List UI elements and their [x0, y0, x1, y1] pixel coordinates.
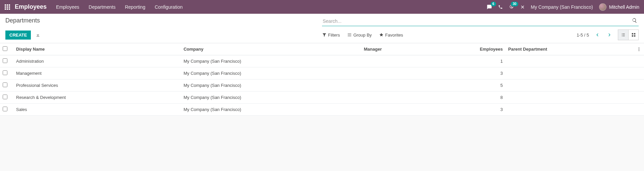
svg-point-15 — [639, 50, 639, 51]
cell-display-name: Management — [13, 67, 181, 79]
cell-company: My Company (San Francisco) — [181, 67, 361, 79]
create-button[interactable]: Create — [5, 31, 31, 40]
svg-rect-2 — [9, 4, 10, 6]
cell-manager — [361, 55, 477, 67]
svg-point-14 — [639, 49, 639, 49]
pager-next-icon[interactable] — [606, 33, 613, 37]
user-menu[interactable]: Mitchell Admin — [599, 3, 639, 11]
table-row[interactable]: SalesMy Company (San Francisco)3 — [0, 104, 644, 116]
cell-company: My Company (San Francisco) — [181, 79, 361, 92]
table-row[interactable]: AdministrationMy Company (San Francisco)… — [0, 55, 644, 67]
pager-prev-icon[interactable] — [594, 33, 601, 37]
groupby-label: Group By — [353, 33, 372, 38]
table-row[interactable]: Professional ServicesMy Company (San Fra… — [0, 79, 644, 92]
col-header-parent[interactable]: Parent Department — [505, 43, 634, 55]
nav-link-departments[interactable]: Departments — [89, 4, 115, 10]
svg-rect-0 — [5, 4, 6, 6]
svg-rect-9 — [632, 33, 633, 35]
col-header-manager[interactable]: Manager — [361, 43, 477, 55]
svg-rect-8 — [9, 8, 10, 10]
table-header-row: Display Name Company Manager Employees P… — [0, 43, 644, 55]
cell-display-name: Sales — [13, 104, 181, 116]
kanban-view-icon[interactable] — [628, 30, 638, 40]
nav-link-configuration[interactable]: Configuration — [155, 4, 182, 10]
activities-badge: 30 — [511, 2, 518, 6]
cell-parent — [505, 104, 634, 116]
cell-company: My Company (San Francisco) — [181, 55, 361, 67]
cell-manager — [361, 67, 477, 79]
import-icon[interactable] — [36, 33, 40, 37]
company-switcher[interactable]: My Company (San Francisco) — [531, 4, 593, 10]
star-icon — [379, 33, 384, 37]
messages-icon[interactable]: 6 — [487, 4, 492, 10]
svg-rect-7 — [7, 8, 8, 10]
filters-label: Filters — [328, 33, 340, 38]
svg-rect-10 — [634, 33, 635, 35]
list-view-icon[interactable] — [618, 30, 628, 40]
messages-badge: 6 — [491, 2, 496, 6]
col-options-icon[interactable] — [634, 43, 644, 55]
cell-employees: 1 — [477, 55, 505, 67]
cell-employees: 8 — [477, 92, 505, 104]
cell-parent — [505, 79, 634, 92]
nav-link-employees[interactable]: Employees — [56, 4, 79, 10]
svg-rect-4 — [7, 6, 8, 8]
funnel-icon — [322, 33, 327, 37]
select-all-checkbox[interactable] — [3, 46, 7, 51]
cell-manager — [361, 92, 477, 104]
search-input[interactable] — [322, 17, 639, 26]
svg-rect-12 — [634, 35, 635, 37]
cell-parent — [505, 55, 634, 67]
svg-rect-3 — [5, 6, 6, 8]
control-panel: Departments Create Filters Group B — [0, 14, 644, 43]
phone-icon[interactable] — [498, 5, 503, 9]
cell-company: My Company (San Francisco) — [181, 104, 361, 116]
col-header-employees[interactable]: Employees — [477, 43, 505, 55]
table-row[interactable]: Research & DevelopmentMy Company (San Fr… — [0, 92, 644, 104]
cell-manager — [361, 79, 477, 92]
favorites-button[interactable]: Favorites — [379, 33, 403, 38]
table-row[interactable]: ManagementMy Company (San Francisco)3 — [0, 67, 644, 79]
cell-parent — [505, 92, 634, 104]
row-checkbox[interactable] — [3, 58, 7, 63]
cell-company: My Company (San Francisco) — [181, 92, 361, 104]
filters-button[interactable]: Filters — [322, 33, 340, 38]
svg-rect-6 — [5, 8, 6, 10]
cell-employees: 3 — [477, 104, 505, 116]
main-navbar: Employees Employees Departments Reportin… — [0, 0, 644, 14]
svg-rect-5 — [9, 6, 10, 8]
apps-icon[interactable] — [5, 4, 10, 10]
view-switcher — [618, 30, 639, 40]
search-icon[interactable] — [632, 18, 637, 23]
groupby-button[interactable]: Group By — [347, 33, 372, 38]
svg-point-13 — [639, 47, 639, 48]
nav-right: 6 30 My Company (San Francisco) Mitchell… — [487, 3, 639, 11]
row-checkbox[interactable] — [3, 82, 7, 87]
user-name-label: Mitchell Admin — [609, 4, 639, 10]
col-header-display-name[interactable]: Display Name — [13, 43, 181, 55]
page-title: Departments — [5, 17, 322, 24]
list-icon — [347, 33, 352, 37]
cell-parent — [505, 67, 634, 79]
svg-rect-11 — [632, 35, 633, 37]
pager-text[interactable]: 1-5 / 5 — [577, 33, 589, 38]
close-debug-icon[interactable] — [520, 5, 525, 9]
row-checkbox[interactable] — [3, 70, 7, 75]
search-wrap — [322, 17, 639, 26]
row-checkbox[interactable] — [3, 95, 7, 99]
departments-table: Display Name Company Manager Employees P… — [0, 43, 644, 116]
avatar — [599, 3, 606, 11]
favorites-label: Favorites — [385, 33, 403, 38]
col-header-company[interactable]: Company — [181, 43, 361, 55]
cell-display-name: Professional Services — [13, 79, 181, 92]
cell-employees: 5 — [477, 79, 505, 92]
cell-manager — [361, 104, 477, 116]
row-checkbox[interactable] — [3, 107, 7, 111]
cell-display-name: Research & Development — [13, 92, 181, 104]
app-brand[interactable]: Employees — [15, 3, 47, 10]
cell-display-name: Administration — [13, 55, 181, 67]
svg-rect-1 — [7, 4, 8, 6]
activities-icon[interactable]: 30 — [509, 4, 514, 10]
nav-link-reporting[interactable]: Reporting — [125, 4, 145, 10]
nav-links: Employees Departments Reporting Configur… — [56, 4, 487, 10]
